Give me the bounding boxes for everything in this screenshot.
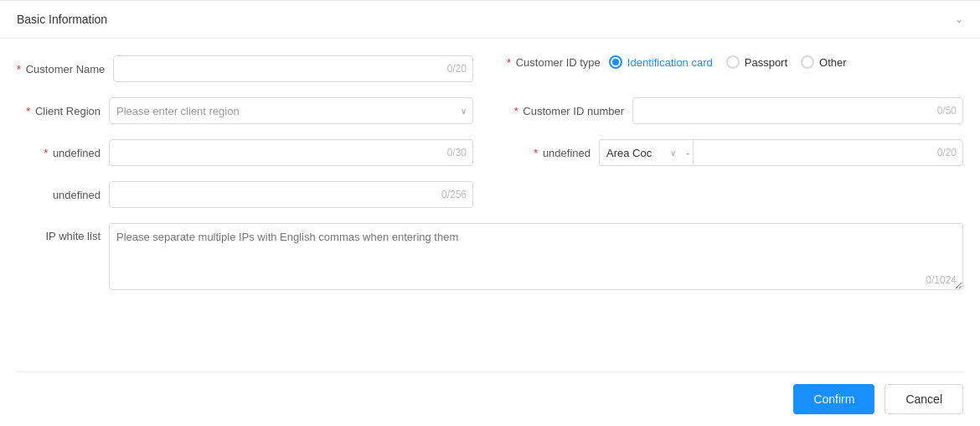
section-header: Basic Information ⌄ [0, 1, 980, 39]
phone-input-wrapper: 0/20 [693, 139, 963, 166]
phone-input[interactable] [693, 139, 963, 166]
radio-passport[interactable]: Passport [726, 55, 787, 69]
customer-name-field: * Customer Name 0/20 [17, 55, 473, 82]
form-row-5: IP white list 0/1024 [17, 223, 963, 293]
radio-label-passport: Passport [745, 56, 787, 69]
customer-id-number-label: * Customer ID number [507, 105, 632, 117]
radio-circle-id-card [609, 55, 622, 69]
radio-other[interactable]: Other [801, 55, 847, 69]
ip-whitelist-textarea[interactable] [109, 223, 963, 290]
customer-name-input[interactable] [113, 55, 473, 82]
form-row-4: undefined 0/256 [17, 181, 963, 208]
required-star: * [17, 63, 21, 75]
section-title: Basic Information [17, 13, 107, 26]
area-code-select-wrapper: Area Coc [599, 139, 683, 166]
required-star-4: * [514, 105, 518, 117]
customer-name-input-wrapper: 0/20 [113, 55, 473, 82]
customer-id-type-radio-group: Identification card Passport Other [609, 55, 847, 69]
client-region-select-wrapper: Please enter client region [109, 97, 473, 124]
undefined-input1-wrapper: 0/30 [109, 139, 473, 166]
customer-id-type-field: * Customer ID type Identification card P… [507, 55, 963, 69]
form-row-2: * Client Region Please enter client regi… [17, 97, 963, 124]
required-star-2: * [507, 56, 511, 69]
radio-label-id-card: Identification card [627, 56, 713, 69]
customer-name-label: * Customer Name [17, 63, 113, 75]
undefined-label-3: undefined [17, 189, 109, 201]
form-row-3: * undefined 0/30 * undefined [17, 139, 963, 166]
client-region-field: * Client Region Please enter client regi… [17, 97, 473, 124]
ip-whitelist-label: IP white list [17, 230, 109, 242]
ip-whitelist-field: IP white list 0/1024 [17, 223, 963, 293]
customer-id-number-input-wrapper: 0/50 [632, 97, 963, 124]
undefined-field2: * undefined Area Coc - 0/20 [507, 139, 963, 166]
cancel-button[interactable]: Cancel [885, 384, 963, 414]
undefined-label-1: * undefined [17, 147, 109, 159]
radio-identification-card[interactable]: Identification card [609, 55, 713, 69]
form-content: * Customer Name 0/20 * Customer ID type [0, 39, 980, 371]
form-row-1: * Customer Name 0/20 * Customer ID type [17, 55, 963, 82]
phone-char-count: 0/20 [937, 147, 957, 158]
required-star-3: * [26, 105, 30, 117]
customer-id-number-field: * Customer ID number 0/50 [507, 97, 963, 124]
area-code-select[interactable]: Area Coc [599, 139, 683, 166]
undefined-input-3[interactable] [109, 181, 473, 208]
collapse-icon[interactable]: ⌄ [955, 13, 963, 25]
phone-field: Area Coc - 0/20 [599, 139, 963, 166]
undefined-field1: * undefined 0/30 [17, 139, 473, 166]
undefined-input3-wrapper: 0/256 [109, 181, 473, 208]
radio-label-other: Other [819, 56, 847, 69]
ip-whitelist-char-count: 0/1024 [926, 274, 957, 286]
undefined-field3: undefined 0/256 [17, 181, 473, 208]
page-container: Basic Information ⌄ * Customer Name 0/20 [0, 0, 980, 426]
required-star-5: * [44, 147, 48, 159]
radio-circle-passport [726, 55, 740, 69]
confirm-button[interactable]: Confirm [793, 384, 874, 414]
undefined-input-1[interactable] [109, 139, 473, 166]
client-region-select[interactable]: Please enter client region [109, 97, 473, 124]
required-star-6: * [534, 147, 538, 159]
customer-id-number-input[interactable] [632, 97, 963, 124]
radio-circle-other [801, 55, 814, 69]
client-region-label: * Client Region [17, 105, 109, 117]
phone-dash: - [683, 139, 693, 166]
customer-id-type-label: * Customer ID type [507, 56, 609, 69]
ip-whitelist-textarea-wrapper: 0/1024 [109, 223, 963, 293]
footer: Confirm Cancel [0, 372, 980, 426]
undefined-label-2: * undefined [507, 147, 599, 159]
